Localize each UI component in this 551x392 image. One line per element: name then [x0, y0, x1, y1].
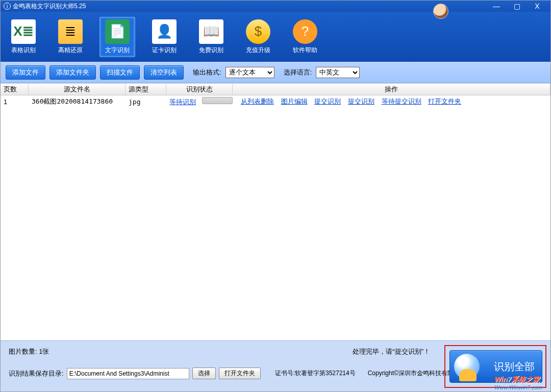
- excel-icon: X≣: [11, 19, 36, 44]
- table-header: 页数 源文件名 源类型 识别状态 操作: [1, 83, 550, 95]
- watermark: Win7系统之家 Www.Winwin7.com: [494, 375, 542, 390]
- scan-file-button[interactable]: 扫描文件: [100, 65, 140, 80]
- document-icon: ≣: [58, 19, 83, 44]
- user-avatar[interactable]: [433, 4, 448, 19]
- main-toolbar: X≣ 表格识别 ≣ 高精还原 📄 文字识别 👤 证卡识别 📖 免费识别 $ 充值…: [1, 12, 550, 62]
- toolbar-label: 充值升级: [246, 46, 270, 55]
- cert-number: 证书号:软著登字第3527214号: [275, 369, 356, 378]
- window-controls: — ▢ X: [486, 1, 547, 12]
- op-edit-image[interactable]: 图片编辑: [281, 97, 308, 105]
- op-remove[interactable]: 从列表删除: [241, 97, 274, 105]
- cell-page: 1: [1, 98, 29, 106]
- toolbar-recharge[interactable]: $ 充值升级: [240, 17, 276, 57]
- close-button[interactable]: X: [527, 1, 547, 12]
- status-message: 处理完毕，请“提交识别”！: [353, 347, 430, 356]
- cell-status: 等待识别: [166, 97, 238, 107]
- app-icon: i: [4, 3, 11, 10]
- toolbar-label: 免费识别: [199, 46, 223, 55]
- choose-dir-button[interactable]: 选择: [192, 368, 216, 379]
- open-folder-button[interactable]: 打开文件夹: [219, 368, 261, 379]
- save-dir-label: 识别结果保存目录:: [9, 369, 64, 378]
- toolbar-label: 表格识别: [11, 46, 36, 55]
- text-icon: 📄: [105, 19, 130, 44]
- titlebar: i 金鸣表格文字识别大师5.25 — ▢ X: [1, 1, 550, 12]
- table-row: 1 360截图20200814173860 jpg 等待识别 从列表删除 图片编…: [1, 95, 550, 108]
- op-submit-1[interactable]: 提交识别: [314, 97, 341, 105]
- cell-file: 360截图20200814173860: [29, 97, 126, 106]
- col-type: 源类型: [126, 84, 166, 95]
- recognize-all-label: 识别全部: [494, 360, 535, 374]
- clear-list-button[interactable]: 清空列表: [144, 65, 184, 80]
- status-link[interactable]: 等待识别: [169, 98, 196, 106]
- toolbar-free-ocr[interactable]: 📖 免费识别: [193, 17, 229, 57]
- image-count: 图片数量: 1张: [9, 347, 49, 356]
- coin-icon: $: [246, 19, 270, 44]
- add-file-button[interactable]: 添加文件: [6, 65, 45, 80]
- app-window: i 金鸣表格文字识别大师5.25 — ▢ X X≣ 表格识别 ≣ 高精还原 📄 …: [0, 0, 551, 392]
- toolbar-label: 软件帮助: [293, 46, 317, 55]
- cell-type: jpg: [126, 98, 166, 106]
- toolbar-help[interactable]: ? 软件帮助: [287, 17, 323, 57]
- op-open-folder[interactable]: 打开文件夹: [428, 97, 461, 105]
- toolbar-table-ocr[interactable]: X≣ 表格识别: [6, 17, 41, 57]
- toolbar-high-precision[interactable]: ≣ 高精还原: [53, 17, 88, 57]
- col-file: 源文件名: [29, 84, 126, 95]
- toolbar-label: 文字识别: [105, 46, 130, 55]
- help-icon: ?: [293, 19, 317, 44]
- table-body: 1 360截图20200814173860 jpg 等待识别 从列表删除 图片编…: [1, 95, 550, 340]
- add-folder-button[interactable]: 添加文件夹: [49, 65, 96, 80]
- language-label: 选择语言:: [284, 68, 312, 77]
- book-icon: 📖: [199, 19, 223, 44]
- op-submit-2[interactable]: 提交识别: [348, 97, 374, 105]
- col-ops: 操作: [233, 84, 550, 95]
- action-bar: 添加文件 添加文件夹 扫描文件 清空列表 输出格式: 逐个文本 选择语言: 中英…: [1, 62, 550, 83]
- output-format-select[interactable]: 逐个文本: [226, 67, 274, 78]
- minimize-button[interactable]: —: [486, 1, 507, 12]
- save-dir-input[interactable]: [67, 368, 189, 379]
- op-wait-submit[interactable]: 等待提交识别: [382, 97, 421, 105]
- col-page: 页数: [1, 84, 29, 95]
- language-select[interactable]: 中英文: [316, 67, 360, 78]
- toolbar-id-card[interactable]: 👤 证卡识别: [146, 17, 182, 57]
- toolbar-label: 高精还原: [58, 46, 83, 55]
- progress-bar: [202, 97, 233, 104]
- col-status: 识别状态: [166, 84, 233, 95]
- maximize-button[interactable]: ▢: [507, 1, 527, 12]
- toolbar-text-ocr[interactable]: 📄 文字识别: [99, 17, 135, 57]
- idcard-icon: 👤: [152, 19, 177, 44]
- output-format-label: 输出格式:: [193, 68, 221, 77]
- cell-ops: 从列表删除 图片编辑 提交识别 提交识别 等待提交识别 打开文件夹: [238, 97, 550, 106]
- footer: 图片数量: 1张 处理完毕，请“提交识别”！ 识别结果保存目录: 选择 打开文件…: [1, 340, 550, 391]
- person-icon: [459, 369, 477, 381]
- toolbar-label: 证卡识别: [152, 46, 177, 55]
- window-title: 金鸣表格文字识别大师5.25: [13, 2, 86, 11]
